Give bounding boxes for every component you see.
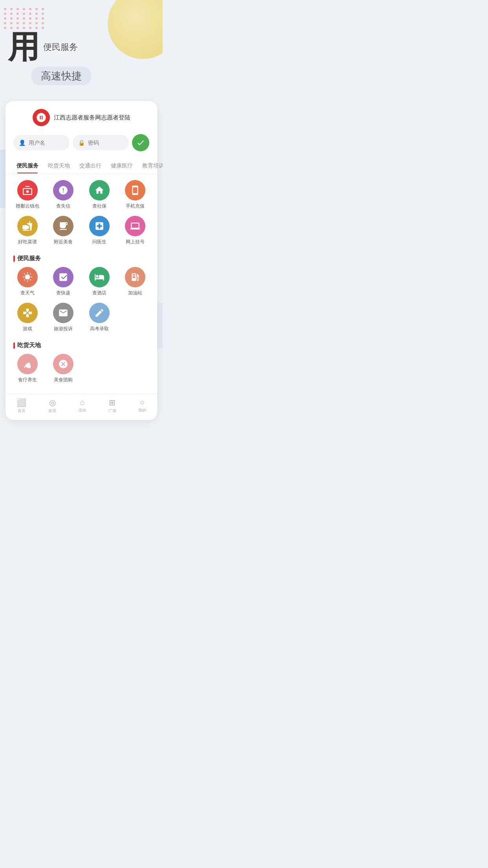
- tab-bar: 便民服务 吃货天地 交通出行 健康医疗 教育培训: [6, 158, 157, 174]
- service-tourismcomplaint[interactable]: 旅游投诉: [46, 303, 82, 332]
- tourismcomplaint-icon-bg: [53, 303, 73, 323]
- gaokao-icon: [94, 308, 105, 318]
- socialsecurity-icon: [94, 185, 105, 195]
- nav-activity-icon: ⌂: [80, 398, 84, 407]
- service-label-register: 网上挂号: [126, 239, 145, 245]
- service-label-askdoctor: 问医生: [92, 239, 106, 245]
- recipe-icon-bg: [17, 216, 38, 236]
- service-nearbyfood[interactable]: 附近美食: [46, 216, 82, 245]
- wallet-icon-bg: [17, 180, 38, 200]
- tab-convenience[interactable]: 便民服务: [12, 158, 43, 173]
- service-label-socialsecurity: 查社保: [92, 203, 106, 210]
- service-label-healthfood: 食疗养生: [18, 377, 37, 383]
- wallet-icon: [22, 185, 33, 195]
- groupbuy-icon: [58, 359, 68, 369]
- nav-profile[interactable]: ○ 我的: [138, 398, 146, 414]
- service-groupbuy[interactable]: 美食团购: [46, 354, 82, 383]
- login-section: 江西志愿者服务网志愿者登陆: [6, 109, 157, 134]
- askdoctor-icon: [94, 221, 105, 231]
- creditcheck-icon-bg: [53, 180, 73, 200]
- tab-food[interactable]: 吃货天地: [43, 158, 75, 173]
- nearbyfood-icon: [58, 221, 68, 231]
- nav-home[interactable]: ⬜ 首页: [17, 398, 26, 414]
- hero-subtitle-block: 高速快捷: [31, 67, 91, 85]
- hotel-icon-bg: [89, 267, 110, 287]
- user-icon: 👤: [19, 140, 26, 146]
- nav-square-icon: ⊞: [109, 398, 116, 407]
- service-socialsecurity[interactable]: 查社保: [81, 180, 117, 210]
- username-input[interactable]: [29, 140, 64, 146]
- express-icon-bg: [53, 267, 73, 287]
- section2-header: 吃货天地: [6, 338, 157, 354]
- service-hotel[interactable]: 查酒店: [81, 267, 117, 296]
- tourismcomplaint-icon: [58, 308, 68, 318]
- service-label-express: 查快递: [56, 290, 70, 296]
- logo-icon: [36, 112, 47, 123]
- nav-activity[interactable]: ⌂ 活动: [78, 398, 86, 414]
- service-wallet[interactable]: 赣鄱云钱包: [9, 180, 46, 210]
- service-label-tourismcomplaint: 旅游投诉: [54, 326, 73, 332]
- tab-education[interactable]: 教育培训: [138, 158, 163, 173]
- nav-profile-label: 我的: [138, 408, 146, 413]
- service-grid-2: 食疗养生 美食团购: [6, 354, 157, 390]
- service-healthfood[interactable]: 食疗养生: [9, 354, 46, 383]
- creditcheck-icon: [58, 185, 68, 195]
- tab-health[interactable]: 健康医疗: [106, 158, 138, 173]
- tab-transport[interactable]: 交通出行: [75, 158, 106, 173]
- username-field-wrapper: 👤: [13, 135, 70, 151]
- service-label-wallet: 赣鄱云钱包: [16, 203, 39, 210]
- phonerecharge-icon-bg: [125, 180, 145, 200]
- login-inputs: 👤 🔒: [6, 134, 157, 158]
- service-register[interactable]: 网上挂号: [117, 216, 154, 245]
- nav-square-label: 广场: [108, 408, 116, 414]
- service-label-gaokao: 高考录取: [90, 326, 109, 332]
- service-label-weather: 查天气: [20, 290, 35, 296]
- nav-square[interactable]: ⊞ 广场: [108, 398, 116, 414]
- nav-profile-icon: ○: [140, 398, 145, 407]
- hero-section: 用 便民服务 高速快捷: [0, 0, 163, 97]
- service-creditcheck[interactable]: 查失信: [46, 180, 82, 210]
- socialsecurity-icon-bg: [89, 180, 110, 200]
- service-label-phonerecharge: 手机充值: [126, 203, 145, 210]
- login-title: 江西志愿者服务网志愿者登陆: [54, 114, 130, 121]
- lock-icon: 🔒: [78, 140, 85, 146]
- service-phonerecharge[interactable]: 手机充值: [117, 180, 154, 210]
- service-weather[interactable]: 查天气: [9, 267, 46, 296]
- weather-icon-bg: [17, 267, 38, 287]
- service-game[interactable]: 游戏: [9, 303, 46, 332]
- login-button[interactable]: [132, 134, 149, 151]
- nav-home-icon: ⬜: [17, 398, 26, 407]
- groupbuy-icon-bg: [53, 354, 73, 374]
- weather-icon: [22, 272, 33, 282]
- service-fuel[interactable]: 加油站: [117, 267, 154, 296]
- quick-service-grid: 赣鄱云钱包 查失信 查社保 手机充值 好吃菜谱: [6, 180, 157, 252]
- phonerecharge-icon: [130, 185, 140, 195]
- hero-subtitle-inline: 便民服务: [43, 41, 78, 53]
- nav-discover[interactable]: ◎ 发现: [48, 398, 56, 414]
- healthfood-icon: [22, 359, 33, 369]
- service-express[interactable]: 查快递: [46, 267, 82, 296]
- nav-discover-icon: ◎: [49, 398, 56, 407]
- service-gaokao[interactable]: 高考录取: [81, 303, 117, 332]
- service-recipe[interactable]: 好吃菜谱: [9, 216, 46, 245]
- checkmark-icon: [136, 138, 145, 147]
- section2-title: 吃货天地: [17, 342, 41, 349]
- main-card: 江西志愿者服务网志愿者登陆 👤 🔒 便民服务 吃货天地 交通出行 健康医疗 教育…: [6, 101, 157, 420]
- game-icon: [22, 308, 33, 318]
- hero-char: 用: [8, 31, 39, 63]
- section1-header: 便民服务: [6, 252, 157, 267]
- recipe-icon: [22, 221, 33, 231]
- healthfood-icon-bg: [17, 354, 38, 374]
- section2-bar: [13, 342, 15, 349]
- askdoctor-icon-bg: [89, 216, 110, 236]
- hotel-icon: [94, 272, 105, 282]
- service-label-groupbuy: 美食团购: [54, 377, 73, 383]
- nav-activity-label: 活动: [78, 408, 86, 413]
- fuel-icon-bg: [125, 267, 145, 287]
- nearbyfood-icon-bg: [53, 216, 73, 236]
- service-grid-1: 查天气 查快递 查酒店 加油站 游戏: [6, 267, 157, 338]
- service-askdoctor[interactable]: 问医生: [81, 216, 117, 245]
- gaokao-icon-bg: [89, 303, 110, 323]
- password-input[interactable]: [88, 140, 123, 146]
- service-label-creditcheck: 查失信: [56, 203, 70, 210]
